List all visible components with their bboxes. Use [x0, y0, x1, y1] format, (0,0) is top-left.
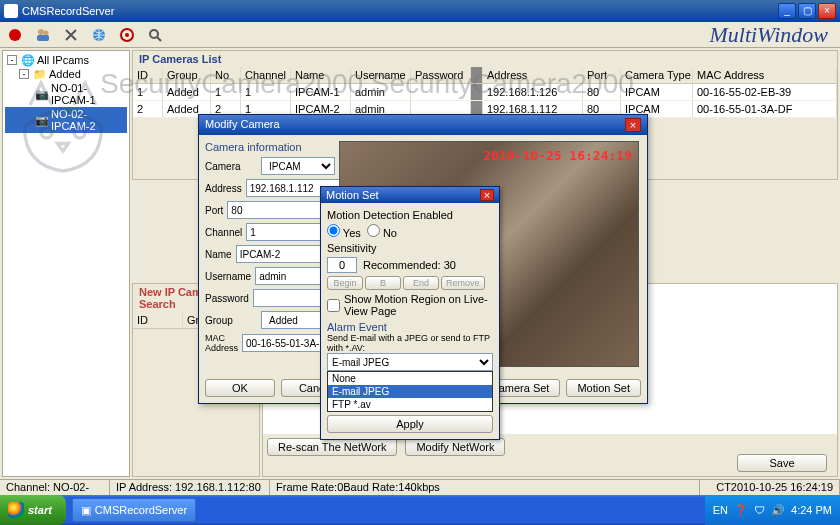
minimize-button[interactable]: _: [778, 3, 796, 19]
tree-cam-1[interactable]: 📷NO-01-IPCAM-1: [5, 81, 127, 107]
record-settings-icon[interactable]: [118, 26, 136, 44]
svg-point-6: [125, 33, 129, 37]
sendmail-label: Send E-mail with a JPEG or send to FTP w…: [327, 333, 493, 353]
save-button-2[interactable]: Save: [737, 454, 827, 472]
status-clock: CT2010-10-25 16:24:19: [700, 480, 840, 495]
taskbar: start ▣CMSRecordServer EN ❓ 🛡 🔊 4:24 PM: [0, 495, 840, 525]
tray-icon[interactable]: ❓: [734, 504, 748, 517]
record-icon[interactable]: [6, 26, 24, 44]
maximize-button[interactable]: ▢: [798, 3, 816, 19]
lang-indicator[interactable]: EN: [713, 504, 728, 516]
window-title: CMSRecordServer: [22, 5, 778, 17]
rescan-button[interactable]: Re-scan The NetWork: [267, 438, 397, 456]
status-rate: Frame Rate:0Baud Rate:140kbps: [270, 480, 700, 495]
show-region-checkbox[interactable]: Show Motion Region on Live-View Page: [327, 293, 493, 317]
status-bar: Channel: NO-02-IPCAM-2 IP Address: 192.1…: [0, 479, 840, 495]
status-ip: IP Address: 192.168.1.112:80: [110, 480, 270, 495]
alarm-action-select[interactable]: E-mail JPEG None E-mail JPEG FTP *.av: [327, 353, 493, 371]
motion-title: Motion Set: [326, 189, 379, 201]
taskbar-app[interactable]: ▣CMSRecordServer: [72, 498, 196, 522]
system-tray[interactable]: EN ❓ 🛡 🔊 4:24 PM: [705, 495, 840, 525]
ok-button[interactable]: OK: [205, 379, 275, 397]
b-button[interactable]: B: [365, 276, 401, 290]
motion-enabled-label: Motion Detection Enabled: [327, 209, 493, 221]
start-button[interactable]: start: [0, 495, 66, 525]
radio-yes[interactable]: Yes: [327, 224, 361, 239]
dialog-close-icon[interactable]: ×: [625, 118, 641, 132]
modify-network-button[interactable]: Modify NetWork: [405, 438, 505, 456]
svg-point-1: [38, 29, 44, 35]
status-channel: Channel: NO-02-IPCAM-2: [0, 480, 110, 495]
apply-button[interactable]: Apply: [327, 415, 493, 433]
svg-point-2: [44, 30, 49, 35]
sensitivity-label: Sensitivity: [327, 242, 493, 254]
dropdown-options[interactable]: None E-mail JPEG FTP *.av: [327, 371, 493, 412]
motion-set-dialog: Motion Set× Motion Detection Enabled Yes…: [320, 186, 500, 440]
svg-line-8: [157, 37, 161, 41]
people-icon[interactable]: [34, 26, 52, 44]
svg-point-0: [9, 29, 21, 41]
tray-icon[interactable]: 🛡: [754, 504, 765, 516]
device-tree[interactable]: -🌐All IPcams -📁Added 📷NO-01-IPCAM-1 📷NO-…: [2, 50, 130, 477]
end-button[interactable]: End: [403, 276, 439, 290]
close-button[interactable]: ×: [818, 3, 836, 19]
remove-button[interactable]: Remove: [441, 276, 485, 290]
motion-set-button[interactable]: Motion Set: [566, 379, 641, 397]
table-row[interactable]: 1Added11IPCAM-1admin192.168.1.12680IPCAM…: [133, 84, 837, 101]
radio-no[interactable]: No: [367, 224, 397, 239]
section-label: Camera information: [205, 141, 335, 157]
search-icon[interactable]: [146, 26, 164, 44]
tray-clock: 4:24 PM: [791, 504, 832, 516]
svg-point-7: [150, 30, 158, 38]
recommended-label: Recommended: 30: [363, 259, 456, 271]
tray-icon[interactable]: 🔊: [771, 504, 785, 517]
globe-icon[interactable]: [90, 26, 108, 44]
alarm-section: Alarm Event: [327, 321, 493, 333]
window-titlebar: CMSRecordServer _ ▢ ×: [0, 0, 840, 22]
tree-cam-2[interactable]: 📷NO-02-IPCAM-2: [5, 107, 127, 133]
begin-button[interactable]: Begin: [327, 276, 363, 290]
app-icon: [4, 4, 18, 18]
brand-label: MultiWindow: [709, 22, 834, 48]
toolbar: MultiWindow: [0, 22, 840, 48]
dialog-title: Modify Camera: [205, 118, 280, 132]
tools-icon[interactable]: [62, 26, 80, 44]
motion-close-icon[interactable]: ×: [480, 189, 494, 201]
sensitivity-field[interactable]: [327, 257, 357, 273]
tree-group[interactable]: -📁Added: [5, 67, 127, 81]
svg-rect-3: [37, 35, 49, 41]
camera-select[interactable]: IPCAM: [261, 157, 335, 175]
camera-list-title: IP Cameras List: [133, 51, 837, 67]
tree-root[interactable]: -🌐All IPcams: [5, 53, 127, 67]
camera-grid[interactable]: ID Group No Channel Name Username Passwo…: [133, 67, 837, 118]
preview-timestamp: 2010-10-25 16:24:19: [483, 148, 632, 163]
